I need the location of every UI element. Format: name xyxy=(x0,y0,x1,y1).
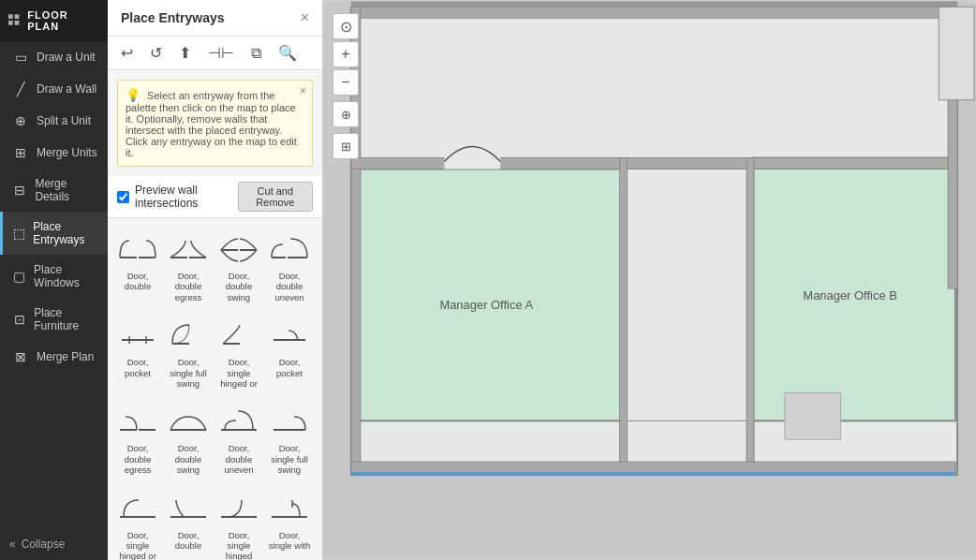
door-double-swing-icon xyxy=(218,228,259,269)
entry-door-single-hinged-2[interactable]: Door, single hinged xyxy=(214,483,263,560)
door-pocket-2-icon xyxy=(269,314,310,355)
grid-icon xyxy=(7,13,22,28)
split-unit-icon: ⊕ xyxy=(12,113,29,128)
door-single-hinged-or-icon xyxy=(218,314,259,355)
door-double-uneven-icon xyxy=(269,228,310,269)
entry-label: Door, double egress xyxy=(115,443,160,475)
door-pocket-icon xyxy=(117,314,158,355)
layers-button[interactable]: ⊞ xyxy=(333,133,359,159)
door-double-egress-2-icon xyxy=(117,400,158,441)
merge-details-icon: ⊟ xyxy=(12,183,27,198)
entry-label: Door, double swing xyxy=(216,271,261,302)
door-single-full-swing-icon xyxy=(168,314,209,355)
toolbar-search-btn[interactable]: 🔍 xyxy=(274,42,301,64)
collapse-label: Collapse xyxy=(22,538,66,551)
sidebar-item-label: Place Windows xyxy=(34,263,98,289)
panel: Place Entryways × ↩ ↺ ⬆ ⊣⊢ ⧉ 🔍 💡 Select … xyxy=(108,0,323,560)
entry-door-double-3[interactable]: Door, double xyxy=(164,483,213,560)
info-close-button[interactable]: × xyxy=(300,84,306,97)
entry-door-double-uneven[interactable]: Door, double uneven xyxy=(265,224,314,306)
entry-door-single-full-swing[interactable]: Door, single full swing xyxy=(164,310,213,392)
svg-rect-3 xyxy=(15,21,20,25)
panel-header: Place Entryways × xyxy=(108,0,322,37)
sidebar-item-split-unit[interactable]: ⊕ Split a Unit xyxy=(0,105,108,137)
panel-close-button[interactable]: × xyxy=(301,9,309,26)
sidebar-item-place-windows[interactable]: ▢ Place Windows xyxy=(0,255,108,298)
panel-toolbar: ↩ ↺ ⬆ ⊣⊢ ⧉ 🔍 xyxy=(108,37,322,70)
svg-rect-50 xyxy=(351,472,955,476)
sidebar-item-label: Merge Details xyxy=(35,177,98,203)
cut-remove-button[interactable]: Cut and Remove xyxy=(238,182,313,212)
door-single-hinged-or-2-icon xyxy=(117,487,158,528)
door-single-hinged-2-icon xyxy=(218,487,259,528)
entry-row-4: Door, single hinged or Door, double xyxy=(113,483,317,560)
entry-door-single-full-swing-2[interactable]: Door, single full swing xyxy=(265,396,314,479)
zoom-out-button[interactable]: − xyxy=(333,69,359,96)
door-double-icon xyxy=(117,228,158,269)
entry-door-double-uneven-2[interactable]: Door, double uneven xyxy=(214,396,263,479)
draw-unit-icon: ▭ xyxy=(12,50,29,65)
merge-units-icon: ⊞ xyxy=(12,145,29,160)
entry-door-pocket-2[interactable]: Door, pocket xyxy=(265,310,314,392)
sidebar-collapse[interactable]: « Collapse xyxy=(0,528,108,560)
zoom-in-button[interactable]: + xyxy=(333,41,359,67)
door-double-egress-icon xyxy=(168,228,209,269)
toolbar-upload-btn[interactable]: ⬆ xyxy=(175,42,195,64)
entry-door-double-egress-2[interactable]: Door, double egress xyxy=(113,396,162,479)
entry-door-double-swing-2[interactable]: Door, double swing xyxy=(164,396,213,479)
preview-label: Preview wall intersections xyxy=(135,184,232,210)
entry-door-double-egress[interactable]: Door, double egress xyxy=(164,224,213,306)
entry-door-single-hinged-or-2[interactable]: Door, single hinged or xyxy=(113,483,162,560)
location-button[interactable]: ⊙ xyxy=(333,13,359,39)
sidebar-item-draw-wall[interactable]: ╱ Draw a Wall xyxy=(0,73,108,105)
toolbar-copy-btn[interactable]: ⧉ xyxy=(247,43,265,64)
entry-label: Door, double egress xyxy=(166,271,211,302)
entry-door-single-with[interactable]: Door, single with xyxy=(265,483,314,560)
sidebar-item-draw-unit[interactable]: ▭ Draw a Unit xyxy=(0,41,108,73)
preview-checkbox[interactable] xyxy=(117,191,129,203)
door-double-swing-2-icon xyxy=(168,400,209,441)
entry-label: Door, single full swing xyxy=(166,357,211,389)
entry-label: Door, pocket xyxy=(115,357,160,378)
sidebar-item-label: Place Furniture xyxy=(34,306,98,332)
sidebar-item-merge-details[interactable]: ⊟ Merge Details xyxy=(0,169,108,212)
entry-label: Door, single hinged or xyxy=(115,530,160,560)
sidebar-item-merge-units[interactable]: ⊞ Merge Units xyxy=(0,137,108,169)
sidebar-item-label: Split a Unit xyxy=(37,114,91,127)
toolbar-undo-btn[interactable]: ↺ xyxy=(146,42,166,64)
floor-plan-svg: Manager Office A Manager Office B xyxy=(323,0,976,560)
entry-door-double-swing[interactable]: Door, double swing xyxy=(214,224,263,306)
room-label-a: Manager Office A xyxy=(439,298,533,312)
svg-rect-45 xyxy=(351,158,948,169)
place-entryways-icon: ⬚ xyxy=(12,226,25,241)
entry-door-pocket[interactable]: Door, pocket xyxy=(113,310,162,392)
entry-row-2: Door, pocket Door, single full swing xyxy=(113,310,317,392)
sidebar-item-label: Draw a Wall xyxy=(37,82,96,96)
entry-label: Door, double uneven xyxy=(216,443,261,475)
toolbar-back-btn[interactable]: ↩ xyxy=(117,42,137,64)
map-area: ⊙ + − ⊕ ⊞ xyxy=(323,0,976,560)
entry-label: Door, single full swing xyxy=(267,443,312,475)
entry-door-double[interactable]: Door, double xyxy=(113,224,162,306)
room-label-b: Manager Office B xyxy=(803,288,896,302)
merge-plan-icon: ⊠ xyxy=(12,349,29,364)
entry-row-3: Door, double egress Door, double swing xyxy=(113,396,317,479)
entry-door-single-hinged-or[interactable]: Door, single hinged or xyxy=(214,310,263,392)
entry-label: Door, pocket xyxy=(267,357,312,378)
entry-label: Door, single hinged xyxy=(216,530,261,560)
place-furniture-icon: ⊡ xyxy=(12,312,26,327)
entry-label: Door, double uneven xyxy=(267,271,312,302)
door-single-with-icon xyxy=(269,487,310,528)
sidebar-item-merge-plan[interactable]: ⊠ Merge Plan xyxy=(0,341,108,373)
compass-button[interactable]: ⊕ xyxy=(333,101,359,127)
sidebar-item-place-entryways[interactable]: ⬚ Place Entryways xyxy=(0,212,108,255)
bulb-icon: 💡 xyxy=(126,88,140,102)
sidebar-item-place-furniture[interactable]: ⊡ Place Furniture xyxy=(0,298,108,341)
info-text: Select an entryway from the palette then… xyxy=(126,90,297,158)
svg-rect-43 xyxy=(939,7,974,100)
sidebar-header: FLOOR PLAN xyxy=(0,0,108,41)
svg-rect-2 xyxy=(8,21,13,25)
toolbar-split-btn[interactable]: ⊣⊢ xyxy=(204,42,238,64)
info-box: 💡 Select an entryway from the palette th… xyxy=(117,80,313,167)
svg-rect-49 xyxy=(351,462,955,473)
